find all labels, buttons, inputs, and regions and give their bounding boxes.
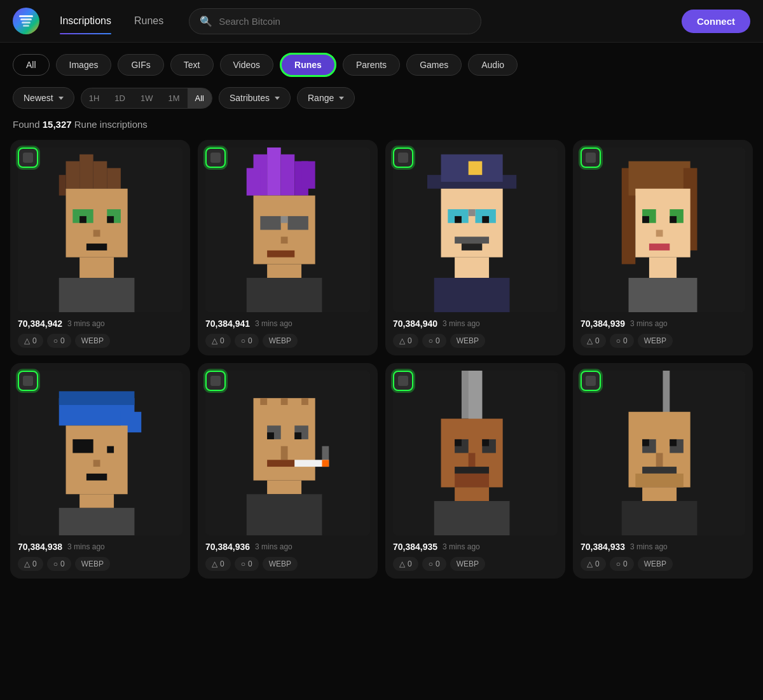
card-meta-4: 70,384,938 3 mins ago	[18, 542, 182, 552]
svg-rect-21	[267, 148, 281, 196]
card-checkbox-5[interactable]	[205, 371, 226, 391]
card-image-0	[18, 148, 182, 312]
card-actions-0: △ 0 ○ 0 WEBP	[18, 334, 182, 348]
comment-pill-5[interactable]: ○ 0	[235, 557, 259, 571]
nav-tab-runes[interactable]: Runes	[124, 10, 174, 32]
satributes-dropdown[interactable]: Satributes	[219, 87, 291, 109]
filter-audio[interactable]: Audio	[468, 54, 518, 76]
svg-rect-63	[59, 391, 135, 405]
vote-pill-6[interactable]: △ 0	[393, 557, 418, 571]
vote-pill-3[interactable]: △ 0	[581, 334, 606, 348]
svg-rect-57	[656, 230, 663, 237]
card-actions-6: △ 0 ○ 0 WEBP	[393, 557, 558, 571]
time-all[interactable]: All	[188, 88, 212, 108]
checkbox-inner-6	[398, 376, 408, 386]
comment-pill-4[interactable]: ○ 0	[47, 557, 71, 571]
card-id-7: 70,384,933	[581, 542, 625, 552]
svg-rect-3	[23, 25, 29, 27]
card-checkbox-3[interactable]	[581, 148, 601, 168]
svg-rect-70	[79, 494, 114, 508]
svg-rect-47	[434, 278, 510, 312]
time-1d[interactable]: 1D	[107, 88, 133, 108]
svg-rect-73	[254, 398, 315, 481]
comment-pill-6[interactable]: ○ 0	[422, 557, 446, 571]
vote-pill-4[interactable]: △ 0	[18, 557, 43, 571]
card-id-1: 70,384,941	[205, 319, 250, 329]
comment-pill-1[interactable]: ○ 0	[235, 334, 259, 348]
vote-pill-1[interactable]: △ 0	[205, 334, 231, 348]
card-meta-0: 70,384,942 3 mins ago	[18, 319, 182, 329]
card-checkbox-6[interactable]	[393, 371, 413, 391]
filter-gifs[interactable]: GIFs	[118, 54, 163, 76]
svg-rect-84	[322, 460, 329, 467]
svg-rect-96	[469, 453, 476, 467]
vote-pill-7[interactable]: △ 0	[581, 557, 606, 571]
svg-rect-22	[281, 154, 295, 196]
filter-parents[interactable]: Parents	[343, 54, 400, 76]
card-checkbox-0[interactable]	[18, 148, 38, 168]
nav-tab-inscriptions[interactable]: Inscriptions	[50, 10, 121, 32]
svg-rect-5	[66, 161, 80, 189]
svg-rect-69	[86, 474, 107, 481]
vote-pill-2[interactable]: △ 0	[393, 334, 418, 348]
checkbox-inner-1	[210, 153, 221, 163]
time-1w[interactable]: 1W	[133, 88, 161, 108]
filter-games[interactable]: Games	[406, 54, 462, 76]
card-checkbox-1[interactable]	[205, 148, 226, 168]
card-7: 70,384,933 3 mins ago △ 0 ○ 0 WEBP	[573, 363, 753, 579]
comment-pill-0[interactable]: ○ 0	[47, 334, 71, 348]
inscription-grid: 70,384,942 3 mins ago △ 0 ○ 0 WEBP	[0, 140, 763, 591]
search-input[interactable]	[219, 16, 471, 27]
comment-icon-0: ○	[53, 336, 58, 345]
range-dropdown[interactable]: Range	[297, 87, 355, 109]
svg-rect-17	[79, 257, 114, 278]
svg-rect-28	[288, 216, 308, 230]
svg-rect-95	[482, 439, 489, 446]
time-1m[interactable]: 1M	[160, 88, 187, 108]
vote-pill-0[interactable]: △ 0	[18, 334, 43, 348]
card-image-4	[18, 371, 182, 535]
filter-images[interactable]: Images	[56, 54, 112, 76]
type-badge-5: WEBP	[263, 557, 298, 571]
checkbox-inner-0	[23, 153, 33, 163]
svg-rect-16	[86, 244, 107, 250]
vote-icon-3: △	[587, 336, 593, 345]
svg-rect-74	[260, 398, 267, 405]
filter-all[interactable]: All	[13, 54, 50, 76]
comment-pill-3[interactable]: ○ 0	[610, 334, 634, 348]
svg-rect-37	[469, 161, 483, 175]
time-1h[interactable]: 1H	[81, 88, 107, 108]
logo[interactable]	[13, 8, 39, 34]
card-4: 70,384,938 3 mins ago △ 0 ○ 0 WEBP	[10, 363, 190, 579]
vote-icon-4: △	[24, 559, 30, 568]
card-image-6	[393, 371, 558, 535]
svg-rect-15	[93, 230, 100, 237]
card-checkbox-7[interactable]	[581, 371, 601, 391]
sort-dropdown[interactable]: Newest	[13, 87, 74, 109]
card-checkbox-4[interactable]	[18, 371, 38, 391]
vote-pill-5[interactable]: △ 0	[205, 557, 231, 571]
comment-icon-3: ○	[616, 336, 621, 345]
filter-videos[interactable]: Videos	[220, 54, 274, 76]
search-icon: 🔍	[200, 15, 212, 27]
card-time-3: 3 mins ago	[630, 319, 668, 328]
comment-pill-7[interactable]: ○ 0	[610, 557, 634, 571]
svg-rect-81	[281, 446, 288, 460]
filter-text[interactable]: Text	[170, 54, 214, 76]
card-checkbox-2[interactable]	[393, 148, 413, 168]
svg-rect-56	[670, 216, 677, 223]
connect-button[interactable]: Connect	[682, 10, 750, 33]
card-id-5: 70,384,936	[205, 542, 250, 552]
card-image-3	[581, 148, 745, 312]
vote-icon-0: △	[24, 336, 30, 345]
filter-runes[interactable]: Runes	[280, 53, 336, 77]
svg-rect-67	[107, 446, 114, 453]
comment-pill-2[interactable]: ○ 0	[422, 334, 446, 348]
svg-rect-75	[281, 398, 288, 405]
card-2: 70,384,940 3 mins ago △ 0 ○ 0 WEBP	[385, 140, 565, 355]
svg-rect-46	[455, 257, 489, 278]
vote-icon-2: △	[399, 336, 405, 345]
card-time-0: 3 mins ago	[67, 319, 105, 328]
card-id-2: 70,384,940	[393, 319, 437, 329]
card-6: 70,384,935 3 mins ago △ 0 ○ 0 WEBP	[385, 363, 565, 579]
